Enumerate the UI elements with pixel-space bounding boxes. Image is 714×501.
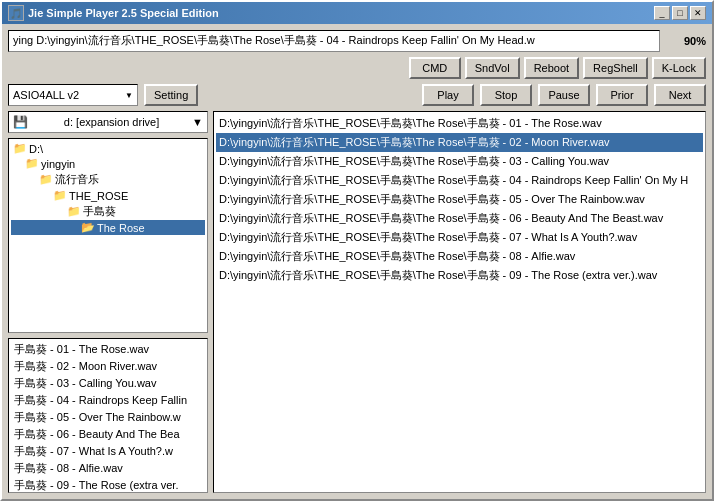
folder-icon: 📁 [53, 189, 67, 202]
playlist-item[interactable]: 手島葵 - 01 - The Rose.wav [11, 341, 205, 358]
volume-display: 90% [666, 35, 706, 47]
left-panel: 💾 d: [expansion drive] ▼ 📁D:\📁yingyin📁流行… [8, 111, 208, 493]
drive-icon: 💾 [13, 115, 28, 129]
playlist-item[interactable]: 手島葵 - 09 - The Rose (extra ver. [11, 477, 205, 493]
folder-label: The Rose [97, 222, 145, 234]
title-buttons: _ □ ✕ [654, 6, 706, 20]
folder-tree[interactable]: 📁D:\📁yingyin📁流行音乐📁THE_ROSE📁手島葵📂The Rose [8, 138, 208, 333]
playlist-item[interactable]: 手島葵 - 07 - What Is A Youth?.w [11, 443, 205, 460]
file-item[interactable]: D:\yingyin\流行音乐\THE_ROSE\手島葵\The Rose\手島… [216, 114, 703, 133]
tree-item[interactable]: 📁THE_ROSE [11, 188, 205, 203]
drive-selector[interactable]: 💾 d: [expansion drive] ▼ [8, 111, 208, 133]
asio-dropdown-arrow: ▼ [125, 91, 133, 100]
reboot-button[interactable]: Reboot [524, 57, 579, 79]
asio-value: ASIO4ALL v2 [13, 89, 79, 101]
close-button[interactable]: ✕ [690, 6, 706, 20]
main-window: 🎵 Jie Simple Player 2.5 Special Edition … [0, 0, 714, 501]
file-item[interactable]: D:\yingyin\流行音乐\THE_ROSE\手島葵\The Rose\手島… [216, 171, 703, 190]
main-area: 💾 d: [expansion drive] ▼ 📁D:\📁yingyin📁流行… [8, 111, 706, 493]
tree-item[interactable]: 📁D:\ [11, 141, 205, 156]
drive-label: d: [expansion drive] [64, 116, 159, 128]
playlist-item[interactable]: 手島葵 - 02 - Moon River.wav [11, 358, 205, 375]
tree-item[interactable]: 📂The Rose [11, 220, 205, 235]
tree-item[interactable]: 📁yingyin [11, 156, 205, 171]
folder-icon: 📁 [67, 205, 81, 218]
tree-item[interactable]: 📁手島葵 [11, 203, 205, 220]
minimize-button[interactable]: _ [654, 6, 670, 20]
asio-select[interactable]: ASIO4ALL v2 ▼ [8, 84, 138, 106]
path-display: ying D:\yingyin\流行音乐\THE_ROSE\手島葵\The Ro… [8, 30, 660, 52]
folder-label: 手島葵 [83, 204, 116, 219]
tree-item[interactable]: 📁流行音乐 [11, 171, 205, 188]
file-item[interactable]: D:\yingyin\流行音乐\THE_ROSE\手島葵\The Rose\手島… [216, 133, 703, 152]
pause-button[interactable]: Pause [538, 84, 590, 106]
file-item[interactable]: D:\yingyin\流行音乐\THE_ROSE\手島葵\The Rose\手島… [216, 266, 703, 285]
folder-icon: 📁 [13, 142, 27, 155]
next-button[interactable]: Next [654, 84, 706, 106]
folder-icon: 📁 [25, 157, 39, 170]
folder-label: yingyin [41, 158, 75, 170]
row-path: ying D:\yingyin\流行音乐\THE_ROSE\手島葵\The Ro… [8, 30, 706, 52]
playlist-item[interactable]: 手島葵 - 04 - Raindrops Keep Fallin [11, 392, 205, 409]
playlist-item[interactable]: 手島葵 - 03 - Calling You.wav [11, 375, 205, 392]
folder-icon: 📁 [39, 173, 53, 186]
playlist-item[interactable]: 手島葵 - 05 - Over The Rainbow.w [11, 409, 205, 426]
folder-label: D:\ [29, 143, 43, 155]
folder-icon: 📂 [81, 221, 95, 234]
window-title: Jie Simple Player 2.5 Special Edition [28, 7, 219, 19]
row-buttons-top: CMD SndVol Reboot RegShell K-Lock [8, 57, 706, 79]
content-area: ying D:\yingyin\流行音乐\THE_ROSE\手島葵\The Ro… [2, 24, 712, 499]
regshell-button[interactable]: RegShell [583, 57, 648, 79]
maximize-button[interactable]: □ [672, 6, 688, 20]
file-item[interactable]: D:\yingyin\流行音乐\THE_ROSE\手島葵\The Rose\手島… [216, 228, 703, 247]
app-icon: 🎵 [8, 5, 24, 21]
play-button[interactable]: Play [422, 84, 474, 106]
title-bar-left: 🎵 Jie Simple Player 2.5 Special Edition [8, 5, 219, 21]
playlist-item[interactable]: 手島葵 - 06 - Beauty And The Bea [11, 426, 205, 443]
file-item[interactable]: D:\yingyin\流行音乐\THE_ROSE\手島葵\The Rose\手島… [216, 247, 703, 266]
file-item[interactable]: D:\yingyin\流行音乐\THE_ROSE\手島葵\The Rose\手島… [216, 209, 703, 228]
title-bar: 🎵 Jie Simple Player 2.5 Special Edition … [2, 2, 712, 24]
playlist-panel[interactable]: 手島葵 - 01 - The Rose.wav手島葵 - 02 - Moon R… [8, 338, 208, 493]
folder-label: THE_ROSE [69, 190, 128, 202]
stop-button[interactable]: Stop [480, 84, 532, 106]
klock-button[interactable]: K-Lock [652, 57, 706, 79]
file-item[interactable]: D:\yingyin\流行音乐\THE_ROSE\手島葵\The Rose\手島… [216, 190, 703, 209]
file-item[interactable]: D:\yingyin\流行音乐\THE_ROSE\手島葵\The Rose\手島… [216, 152, 703, 171]
playlist-item[interactable]: 手島葵 - 08 - Alfie.wav [11, 460, 205, 477]
row-controls: ASIO4ALL v2 ▼ Setting Play Stop Pause Pr… [8, 84, 706, 106]
prior-button[interactable]: Prior [596, 84, 648, 106]
file-list-panel[interactable]: D:\yingyin\流行音乐\THE_ROSE\手島葵\The Rose\手島… [213, 111, 706, 493]
folder-label: 流行音乐 [55, 172, 99, 187]
cmd-button[interactable]: CMD [409, 57, 461, 79]
setting-button[interactable]: Setting [144, 84, 198, 106]
drive-arrow: ▼ [192, 116, 203, 128]
sndvol-button[interactable]: SndVol [465, 57, 520, 79]
